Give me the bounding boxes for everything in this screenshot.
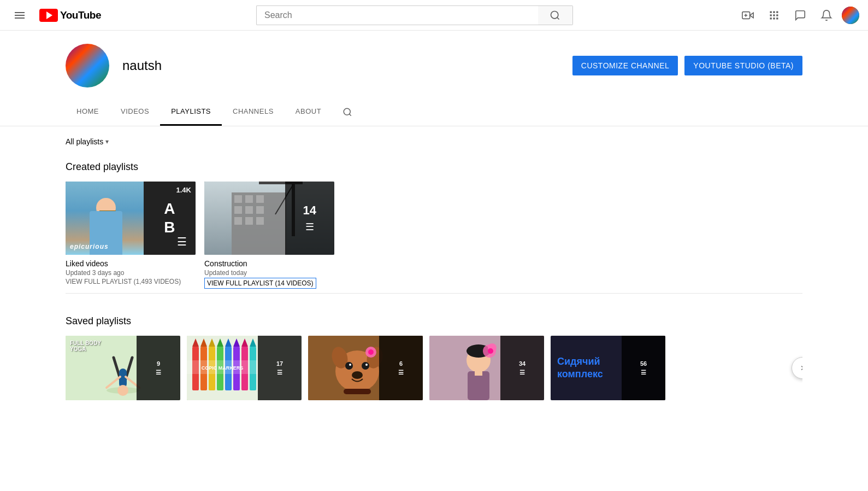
youtube-studio-button[interactable]: YOUTUBE STUDIO (BETA) [684, 56, 802, 75]
chat-icon [794, 9, 806, 21]
svg-rect-16 [776, 17, 778, 19]
svg-rect-80 [475, 367, 482, 376]
channel-actions: CUSTOMIZE CHANNEL YOUTUBE STUDIO (BETA) [572, 56, 802, 75]
chevron-right-icon [799, 364, 802, 372]
svg-rect-24 [256, 195, 264, 203]
header: YouTube [0, 0, 868, 31]
russian-count: 56 [640, 360, 647, 367]
svg-rect-70 [344, 389, 371, 394]
svg-text:COPIC MARKERS: COPIC MARKERS [202, 365, 244, 371]
playlist-card-construction[interactable]: 14 ☰ Construction Updated today VIEW FUL… [204, 182, 334, 289]
search-input[interactable] [256, 5, 538, 25]
apps-button[interactable] [763, 4, 785, 26]
svg-rect-15 [773, 17, 775, 19]
camera-plus-icon [742, 9, 754, 21]
filter-button[interactable]: All playlists ▾ [66, 137, 109, 146]
art-count: 17 [276, 360, 283, 367]
construction-count-overlay: 14 ☰ [285, 182, 334, 255]
svg-rect-26 [245, 206, 253, 214]
music-count: 34 [519, 360, 525, 367]
svg-point-17 [344, 108, 350, 115]
channel-search-button[interactable] [336, 101, 358, 123]
svg-rect-1 [15, 15, 25, 16]
chat-button[interactable] [789, 4, 811, 26]
saved-card-music[interactable]: 34 ☰ [429, 336, 544, 400]
svg-point-41 [117, 385, 128, 396]
youtube-logo-text: YouTube [60, 9, 101, 21]
svg-rect-8 [770, 11, 772, 13]
channel-avatar [66, 44, 109, 87]
svg-point-3 [551, 11, 558, 18]
header-center [101, 5, 728, 25]
music-count-overlay: 34 ☰ [500, 336, 544, 400]
svg-line-4 [557, 17, 559, 19]
art-icon: ☰ [277, 369, 282, 376]
tab-videos[interactable]: VIDEOS [110, 98, 160, 126]
epicurious-label: epicurious [70, 243, 109, 250]
music-icon: ☰ [519, 369, 525, 376]
hamburger-icon [15, 9, 25, 21]
notifications-button[interactable] [816, 4, 837, 26]
avatar [842, 7, 859, 24]
svg-point-72 [368, 349, 374, 355]
construction-playlist-icon: ☰ [305, 221, 314, 233]
liked-videos-label: Liked videos [66, 259, 196, 268]
russian-icon: ☰ [641, 369, 646, 376]
svg-rect-12 [773, 14, 775, 16]
svg-rect-9 [773, 11, 775, 13]
customize-channel-button[interactable]: CUSTOMIZE CHANNEL [572, 56, 678, 75]
svg-rect-27 [256, 206, 264, 214]
saved-thumb-russian: Сидячийкомплекс 56 ☰ [551, 336, 665, 400]
svg-point-68 [365, 364, 368, 366]
svg-point-69 [352, 371, 363, 379]
svg-rect-23 [245, 195, 253, 203]
bell-icon [820, 9, 832, 21]
tab-playlists[interactable]: PLAYLISTS [160, 98, 222, 126]
russian-count-overlay: 56 ☰ [622, 336, 665, 400]
channel-name: nautsh [122, 58, 162, 73]
svg-rect-38 [119, 369, 127, 388]
saved-playlists-title: Saved playlists [66, 315, 802, 327]
saved-thumb-art: COPIC MARKERS 17 ☰ [187, 336, 302, 400]
youtube-logo[interactable]: YouTube [39, 9, 101, 22]
svg-rect-14 [770, 17, 772, 19]
full-body-yoga-text: FULL BODYYOGA [70, 340, 101, 352]
search-button[interactable] [538, 5, 573, 25]
create-video-button[interactable] [737, 4, 759, 26]
playlist-thumb-construction: 14 ☰ [204, 182, 334, 255]
tab-home[interactable]: HOME [66, 98, 110, 126]
dog-icon: ☰ [398, 369, 404, 376]
playlist-card-liked[interactable]: A B 1.4K ☰ epicurious Liked videos Updat… [66, 182, 196, 289]
main-content: All playlists ▾ Created playlists A [0, 126, 868, 411]
yoga-count: 9 [157, 360, 160, 367]
svg-line-18 [350, 114, 351, 115]
saved-scroll-next-button[interactable] [792, 357, 802, 379]
dog-count-overlay: 6 ☰ [379, 336, 423, 400]
channel-search-icon [343, 107, 352, 117]
svg-point-65 [345, 362, 353, 370]
construction-count: 14 [303, 203, 316, 218]
tab-channels[interactable]: CHANNELS [222, 98, 285, 126]
youtube-logo-icon [39, 9, 58, 22]
svg-rect-25 [234, 206, 242, 214]
created-playlists-section: Created playlists A B [66, 150, 802, 305]
svg-rect-0 [15, 12, 25, 13]
liked-view-full-link[interactable]: VIEW FULL PLAYLIST (1,493 VIDEOS) [66, 278, 181, 285]
liked-updated: Updated 3 days ago [66, 269, 196, 277]
playlist-thumb-liked: A B 1.4K ☰ epicurious [66, 182, 196, 255]
search-form [256, 5, 573, 25]
saved-card-dog[interactable]: 6 ☰ [308, 336, 423, 400]
saved-card-yoga[interactable]: 9 ☰ FULL BODYYOGA [66, 336, 180, 400]
hamburger-menu-button[interactable] [9, 4, 31, 26]
tab-about[interactable]: ABOUT [285, 98, 332, 126]
header-right [737, 4, 859, 26]
channel-info: nautsh CUSTOMIZE CHANNEL YOUTUBE STUDIO … [66, 44, 802, 98]
saved-card-art[interactable]: COPIC MARKERS 17 ☰ [187, 336, 302, 400]
saved-thumb-dog: 6 ☰ [308, 336, 423, 400]
construction-view-full-link[interactable]: VIEW FULL PLAYLIST (14 VIDEOS) [204, 278, 316, 289]
user-avatar-button[interactable] [842, 7, 859, 24]
saved-card-russian[interactable]: Сидячийкомплекс 56 ☰ [551, 336, 665, 400]
dropdown-arrow-icon: ▾ [105, 138, 109, 145]
grid-icon [769, 10, 780, 21]
liked-playlist-icon: ☰ [177, 235, 187, 248]
